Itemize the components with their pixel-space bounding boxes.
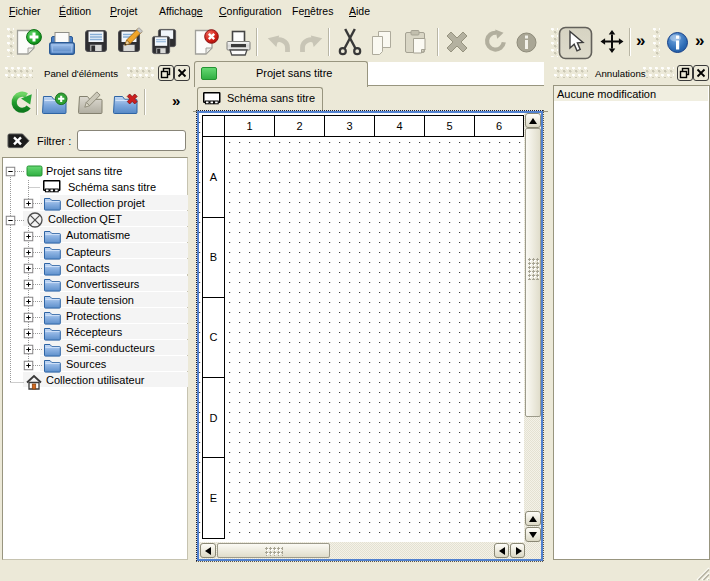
svg-text:4: 4 [396,120,402,132]
svg-text:3: 3 [346,120,352,132]
svg-text:1: 1 [246,120,252,132]
svg-text:A: A [210,171,218,183]
svg-text:D: D [210,412,218,424]
svg-text:C: C [210,331,218,343]
svg-text:E: E [210,492,217,504]
svg-text:B: B [210,251,217,263]
svg-text:5: 5 [446,120,452,132]
svg-text:2: 2 [296,120,302,132]
svg-text:6: 6 [496,120,502,132]
